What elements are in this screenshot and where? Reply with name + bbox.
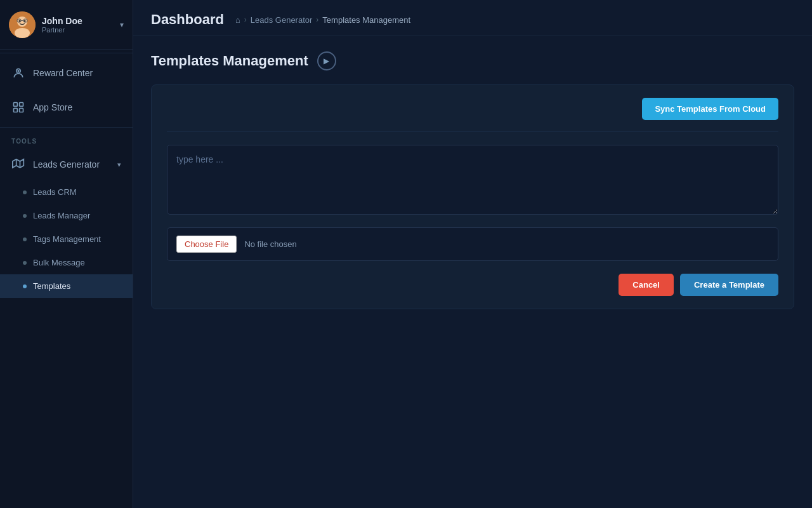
leads-crm-label: Leads CRM [33,187,77,197]
bulk-message-label: Bulk Message [33,258,85,267]
user-name: John Doe [42,16,114,26]
svg-point-2 [15,28,30,38]
page-title: Templates Management [151,53,308,69]
page-title-row: Templates Management ▶ [151,51,794,70]
svg-point-1 [17,17,27,27]
reward-center-label: Reward Center [33,68,93,78]
avatar [9,11,36,38]
svg-marker-14 [13,159,24,168]
leads-manager-label: Leads Manager [33,211,90,220]
svg-rect-12 [14,109,18,112]
tags-management-bullet [23,237,27,241]
file-no-chosen-label: No file chosen [244,239,296,249]
leads-crm-bullet [23,190,27,194]
leads-manager-bullet [23,214,27,218]
leads-generator-submenu: Leads CRM Leads Manager Tags Management … [0,180,133,298]
bulk-message-bullet [23,261,27,265]
play-icon: ▶ [324,57,329,65]
reward-center-icon [11,66,25,80]
user-profile[interactable]: John Doe Partner ▾ [0,0,133,50]
templates-label: Templates [33,281,70,291]
svg-point-3 [19,20,21,22]
svg-rect-10 [14,103,18,107]
leads-generator-label: Leads Generator [33,159,100,170]
user-role: Partner [42,26,114,34]
play-tutorial-button[interactable]: ▶ [317,51,336,70]
sidebar-item-templates[interactable]: Templates [0,274,133,298]
page-content: Templates Management ▶ Sync Templates Fr… [133,36,812,508]
dashboard-title: Dashboard [151,11,224,28]
sidebar-item-reward-center[interactable]: Reward Center [0,56,133,90]
svg-point-9 [17,70,19,72]
sidebar-item-leads-generator[interactable]: Leads Generator ▾ [0,149,133,180]
main-content: Dashboard ⌂ › Leads Generator › Template… [133,0,812,508]
create-template-button[interactable]: Create a Template [680,274,778,296]
leads-generator-icon [11,157,25,171]
svg-rect-11 [20,103,23,107]
breadcrumb-sep-1: › [244,15,247,24]
sidebar-item-bulk-message[interactable]: Bulk Message [0,251,133,274]
breadcrumb-leads-generator[interactable]: Leads Generator [251,15,313,25]
svg-rect-13 [20,109,23,112]
leads-generator-chevron-icon: ▾ [117,161,121,169]
sidebar-divider-2 [0,127,133,128]
app-store-label: App Store [33,102,72,112]
templates-card: Sync Templates From Cloud Choose File No… [151,84,794,309]
sidebar-item-tags-management[interactable]: Tags Management [0,227,133,251]
sidebar-item-leads-manager[interactable]: Leads Manager [0,204,133,227]
templates-bullet [23,284,27,288]
breadcrumb-current: Templates Management [322,15,410,25]
sidebar-divider-1 [0,53,133,53]
sidebar-item-leads-crm[interactable]: Leads CRM [0,180,133,204]
breadcrumb: ⌂ › Leads Generator › Templates Manageme… [235,15,410,25]
sidebar-item-app-store[interactable]: App Store [0,90,133,124]
breadcrumb-home-icon: ⌂ [235,15,240,25]
cancel-button[interactable]: Cancel [619,274,674,296]
breadcrumb-sep-2: › [316,15,318,24]
tags-management-label: Tags Management [33,234,101,244]
tools-section-label: TOOLS [0,130,133,149]
choose-file-button[interactable]: Choose File [176,236,237,253]
sidebar: John Doe Partner ▾ Reward Center App Sto… [0,0,133,508]
file-input-row: Choose File No file chosen [167,227,778,261]
user-info: John Doe Partner [42,16,114,34]
app-store-icon [11,100,25,114]
svg-point-4 [24,20,26,22]
card-actions: Cancel Create a Template [167,274,778,296]
sync-templates-button[interactable]: Sync Templates From Cloud [642,98,778,120]
template-textarea[interactable] [167,145,778,215]
card-top-row: Sync Templates From Cloud [167,98,778,132]
user-chevron-icon: ▾ [120,20,124,29]
header-bar: Dashboard ⌂ › Leads Generator › Template… [133,0,812,36]
